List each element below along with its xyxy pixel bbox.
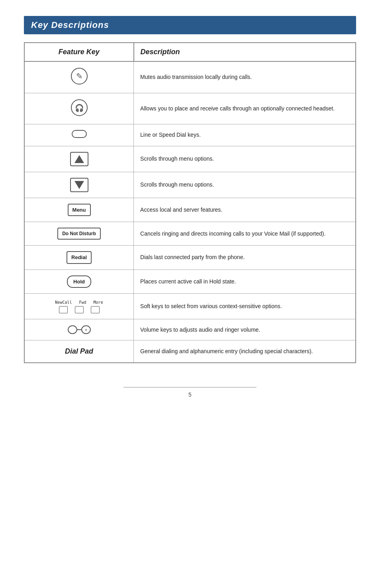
table-row: RedialDials last connected party from th…	[24, 246, 356, 270]
svg-text:✎: ✎	[76, 72, 82, 81]
page-header: Key Descriptions	[24, 16, 356, 34]
page-footer: 5	[123, 387, 257, 398]
feature-key-cell	[24, 172, 134, 198]
feature-key-cell: +	[24, 319, 134, 340]
description-cell: Soft keys to select from various context…	[134, 294, 356, 319]
table-row: HoldPlaces current active call in Hold s…	[24, 269, 356, 294]
line-icon	[72, 130, 87, 138]
description-cell: Access local and server features.	[134, 198, 356, 222]
up-arrow-icon	[70, 152, 88, 166]
svg-point-4	[68, 326, 77, 334]
description-cell: Allows you to place and receive calls th…	[134, 93, 356, 124]
feature-key-cell: 🎧	[24, 93, 134, 124]
table-row: MenuAccess local and server features.	[24, 198, 356, 222]
key-descriptions-table: Feature Key Description ✎ Mutes audio tr…	[24, 42, 356, 363]
table-row: Dial PadGeneral dialing and alphanumeric…	[24, 340, 356, 363]
description-cell: Places current active call in Hold state…	[134, 269, 356, 294]
page-number: 5	[188, 391, 192, 398]
table-row: ✎ Mutes audio transmission locally durin…	[24, 61, 356, 93]
hold-button[interactable]: Hold	[67, 275, 91, 288]
redial-button[interactable]: Redial	[67, 251, 92, 264]
table-row: Do Not DisturbCancels ringing and direct…	[24, 222, 356, 246]
table-row: NewCall Fwd More Soft keys to select fro…	[24, 294, 356, 319]
feature-key-cell: Menu	[24, 198, 134, 222]
feature-key-cell: ✎	[24, 61, 134, 93]
feature-key-cell	[24, 146, 134, 172]
svg-text:+: +	[84, 327, 87, 333]
svg-text:🎧: 🎧	[75, 104, 84, 112]
feature-key-cell: Do Not Disturb	[24, 222, 134, 246]
table-row: + Volume keys to adjusts audio and ringe…	[24, 319, 356, 340]
feature-key-cell	[24, 124, 134, 146]
softkeys-icon: NewCall Fwd More	[31, 299, 127, 313]
description-cell: Scrolls through menu options.	[134, 172, 356, 198]
description-cell: Cancels ringing and directs incoming cal…	[134, 222, 356, 246]
menu-button[interactable]: Menu	[68, 204, 91, 216]
description-cell: Volume keys to adjusts audio and ringer …	[134, 319, 356, 340]
description-cell: Mutes audio transmission locally during …	[134, 61, 356, 93]
dial-pad-label: Dial Pad	[65, 347, 93, 355]
table-row: Scrolls through menu options.	[24, 146, 356, 172]
feature-key-cell: Redial	[24, 246, 134, 270]
table-row: Scrolls through menu options.	[24, 172, 356, 198]
dnd-button[interactable]: Do Not Disturb	[57, 228, 101, 240]
volume-icon: +	[31, 325, 127, 334]
col-description-header: Description	[134, 43, 356, 61]
down-arrow-icon	[70, 178, 88, 192]
feature-key-cell: Hold	[24, 269, 134, 294]
mute-icon: ✎	[71, 67, 88, 85]
feature-key-cell: Dial Pad	[24, 340, 134, 363]
table-row: 🎧 Allows you to place and receive calls …	[24, 93, 356, 124]
col-feature-key-header: Feature Key	[24, 43, 134, 61]
page-title: Key Descriptions	[31, 20, 349, 30]
description-cell: Dials last connected party from the phon…	[134, 246, 356, 270]
description-cell: Line or Speed Dial keys.	[134, 124, 356, 146]
feature-key-cell: NewCall Fwd More	[24, 294, 134, 319]
description-cell: Scrolls through menu options.	[134, 146, 356, 172]
table-row: Line or Speed Dial keys.	[24, 124, 356, 146]
description-cell: General dialing and alphanumeric entry (…	[134, 340, 356, 363]
headset-icon: 🎧	[71, 99, 88, 116]
